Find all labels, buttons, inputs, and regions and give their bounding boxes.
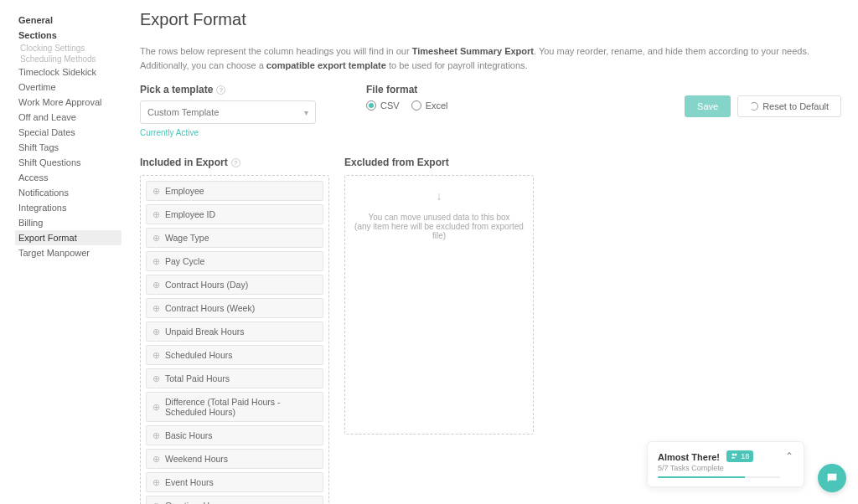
field-label: Employee ID	[165, 209, 215, 219]
field-label: Event Hours	[165, 477, 214, 487]
included-field-item[interactable]: ⊕Overtime Hours	[146, 496, 323, 504]
main-content: Export Format The rows below represent t…	[121, 0, 858, 504]
drag-handle-icon: ⊕	[152, 351, 160, 360]
sidebar-item-export-format[interactable]: Export Format	[15, 230, 121, 245]
template-picker-section: Pick a template ? Custom Template ▾ Curr…	[140, 84, 316, 138]
drag-handle-icon: ⊕	[152, 304, 160, 313]
drag-handle-icon: ⊕	[152, 403, 160, 412]
sidebar-item-general[interactable]: General	[18, 13, 121, 28]
file-format-section: File format CSVExcel	[366, 84, 448, 111]
help-icon[interactable]: ?	[231, 158, 240, 167]
drag-handle-icon: ⊕	[152, 327, 160, 337]
svg-point-1	[735, 454, 737, 456]
included-field-item[interactable]: ⊕Contract Hours (Day)	[146, 275, 323, 295]
field-label: Unpaid Break Hours	[165, 327, 245, 337]
included-field-item[interactable]: ⊕Difference (Total Paid Hours - Schedule…	[146, 392, 323, 422]
currently-active-link[interactable]: Currently Active	[140, 128, 199, 137]
included-column: Included in Export ? ⊕Employee⊕Employee …	[140, 157, 329, 504]
drag-handle-icon: ⊕	[152, 501, 160, 505]
excluded-column: Excluded from Export ↓ You can move unus…	[344, 157, 534, 504]
included-field-item[interactable]: ⊕Total Paid Hours	[146, 368, 323, 388]
file-format-radio-excel[interactable]: Excel	[411, 100, 448, 111]
drag-handle-icon: ⊕	[152, 478, 160, 487]
included-list[interactable]: ⊕Employee⊕Employee ID⊕Wage Type⊕Pay Cycl…	[140, 175, 329, 504]
file-format-label: File format	[366, 84, 448, 95]
field-label: Pay Cycle	[165, 256, 204, 266]
reset-to-default-button[interactable]: Reset to Default	[737, 95, 841, 117]
chat-icon	[825, 471, 839, 485]
included-title: Included in Export	[140, 157, 228, 168]
sidebar-item-scheduling-methods[interactable]: Scheduling Methods	[18, 54, 121, 64]
included-field-item[interactable]: ⊕Employee	[146, 181, 323, 201]
included-field-item[interactable]: ⊕Employee ID	[146, 204, 323, 224]
toast-progress	[658, 476, 780, 478]
field-label: Employee	[165, 186, 204, 196]
toast-badge: 18	[726, 450, 753, 462]
save-button[interactable]: Save	[685, 95, 731, 117]
radio-icon	[366, 100, 376, 111]
drag-handle-icon: ⊕	[152, 280, 160, 290]
field-label: Overtime Hours	[165, 501, 227, 504]
sidebar-item-target-manpower[interactable]: Target Manpower	[18, 245, 121, 260]
template-label: Pick a template ?	[140, 84, 316, 95]
field-label: Scheduled Hours	[165, 350, 233, 360]
sidebar-item-overtime[interactable]: Overtime	[18, 80, 121, 95]
svg-point-0	[732, 454, 735, 456]
page-title: Export Format	[140, 10, 841, 29]
excluded-dropzone[interactable]: ↓ You can move unused data to this box (…	[344, 175, 534, 435]
included-field-item[interactable]: ⊕Pay Cycle	[146, 251, 323, 271]
included-field-item[interactable]: ⊕Contract Hours (Week)	[146, 298, 323, 318]
field-label: Contract Hours (Week)	[165, 303, 255, 313]
sidebar-item-shift-tags[interactable]: Shift Tags	[18, 140, 121, 155]
field-label: Wage Type	[165, 233, 209, 243]
sidebar-item-sections[interactable]: Sections	[18, 28, 121, 43]
intro-text: The rows below represent the column head…	[140, 44, 841, 72]
radio-icon	[411, 100, 421, 111]
sidebar-item-timeclock-sidekick[interactable]: Timeclock Sidekick	[18, 64, 121, 80]
template-select[interactable]: Custom Template ▾	[140, 100, 316, 124]
tasks-toast[interactable]: Almost There! 18 5/7 Tasks Complete ⌃	[647, 441, 804, 488]
sidebar-item-notifications[interactable]: Notifications	[18, 185, 121, 200]
included-field-item[interactable]: ⊕Basic Hours	[146, 425, 323, 445]
included-field-item[interactable]: ⊕Scheduled Hours	[146, 345, 323, 365]
included-field-item[interactable]: ⊕Wage Type	[146, 228, 323, 248]
drag-handle-icon: ⊕	[152, 455, 160, 464]
included-field-item[interactable]: ⊕Unpaid Break Hours	[146, 321, 323, 342]
sidebar-item-access[interactable]: Access	[18, 170, 121, 185]
field-label: Contract Hours (Day)	[165, 280, 248, 290]
sidebar-item-shift-questions[interactable]: Shift Questions	[18, 155, 121, 170]
file-format-radio-csv[interactable]: CSV	[366, 100, 400, 111]
excluded-title: Excluded from Export	[344, 157, 449, 168]
field-label: Difference (Total Paid Hours - Scheduled…	[165, 397, 317, 417]
drag-handle-icon: ⊕	[152, 257, 160, 266]
settings-sidebar: GeneralSectionsClocking SettingsScheduli…	[0, 0, 121, 504]
sidebar-item-billing[interactable]: Billing	[18, 215, 121, 230]
toast-title: Almost There!	[658, 451, 720, 461]
help-icon[interactable]: ?	[216, 85, 225, 95]
included-field-item[interactable]: ⊕Weekend Hours	[146, 449, 323, 469]
sidebar-item-off-and-leave[interactable]: Off and Leave	[18, 110, 121, 125]
users-icon	[731, 452, 738, 460]
reset-icon	[750, 102, 758, 111]
drag-handle-icon: ⊕	[152, 234, 160, 243]
sidebar-item-special-dates[interactable]: Special Dates	[18, 125, 121, 140]
field-label: Total Paid Hours	[165, 373, 230, 383]
field-label: Weekend Hours	[165, 454, 228, 464]
chevron-up-icon[interactable]: ⌃	[780, 450, 793, 462]
drag-handle-icon: ⊕	[152, 210, 160, 219]
field-label: Basic Hours	[165, 430, 213, 440]
sidebar-item-integrations[interactable]: Integrations	[18, 200, 121, 215]
drag-handle-icon: ⊕	[152, 374, 160, 383]
sidebar-item-work-more-approval[interactable]: Work More Approval	[18, 95, 121, 110]
chat-launcher[interactable]	[818, 464, 846, 492]
down-arrow-icon: ↓	[350, 189, 528, 203]
toast-subtitle: 5/7 Tasks Complete	[658, 464, 780, 472]
chevron-down-icon: ▾	[304, 108, 308, 117]
drag-handle-icon: ⊕	[152, 187, 160, 196]
included-field-item[interactable]: ⊕Event Hours	[146, 472, 323, 492]
drag-handle-icon: ⊕	[152, 431, 160, 440]
sidebar-item-clocking-settings[interactable]: Clocking Settings	[18, 43, 121, 54]
